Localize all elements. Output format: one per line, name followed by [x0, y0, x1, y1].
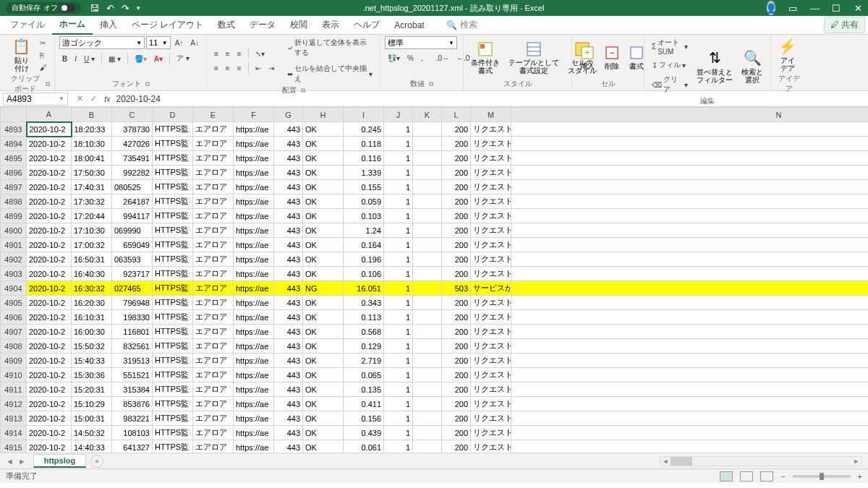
tab-help[interactable]: ヘルプ — [346, 16, 387, 34]
cell[interactable]: 443 — [274, 325, 303, 339]
cell[interactable]: 0.568 — [344, 325, 384, 339]
cell[interactable]: https://ae — [234, 209, 274, 223]
cell[interactable]: リクエストは、成功しました。 — [471, 382, 511, 397]
cell[interactable]: 18:10:30 — [72, 137, 112, 151]
cell[interactable]: OK — [303, 382, 344, 397]
cell[interactable] — [511, 166, 869, 180]
cell[interactable]: 17:40:31 — [72, 180, 112, 194]
font-size-select[interactable]: 11▼ — [146, 36, 171, 49]
cell[interactable]: エアロア — [193, 426, 234, 440]
cell[interactable]: 200 — [442, 122, 471, 137]
autosum-button[interactable]: Σオート SUM ▾ — [649, 36, 691, 57]
cell[interactable]: https://ae — [234, 354, 274, 368]
row-header[interactable]: 4893 — [1, 122, 27, 137]
percent-format-icon[interactable]: % — [404, 53, 417, 64]
cell[interactable]: 2020-10-2 — [27, 137, 72, 151]
zoom-in-icon[interactable]: + — [858, 472, 862, 481]
cell[interactable]: 2020-10-2 — [27, 411, 72, 426]
cell[interactable]: 063593 — [112, 252, 153, 267]
cell[interactable] — [413, 252, 442, 267]
paste-button[interactable]: 📋 貼り付け — [9, 36, 34, 74]
cell[interactable]: 1 — [384, 411, 413, 426]
cell[interactable]: エアロア — [193, 252, 234, 267]
cell[interactable]: OK — [303, 354, 344, 368]
cell[interactable] — [413, 223, 442, 238]
cell[interactable] — [413, 368, 442, 382]
row-header[interactable]: 4899 — [1, 209, 27, 223]
cell[interactable]: HTTPS監 — [153, 426, 193, 440]
cell[interactable]: 16:40:30 — [72, 267, 112, 281]
cell[interactable]: HTTPS監 — [153, 397, 193, 411]
cell[interactable]: エアロア — [193, 325, 234, 339]
cell[interactable]: リクエストは、成功しました。 — [471, 267, 511, 281]
cell[interactable]: 2020-10-2 — [27, 368, 72, 382]
cell[interactable]: 2020-10-2 — [27, 325, 72, 339]
cell[interactable]: OK — [303, 180, 344, 194]
cell[interactable]: 378730 — [112, 122, 153, 137]
cell[interactable]: 443 — [274, 267, 303, 281]
row-header[interactable]: 4915 — [1, 440, 27, 453]
column-header[interactable]: D — [153, 108, 193, 122]
cell[interactable]: OK — [303, 426, 344, 440]
row-header[interactable]: 4903 — [1, 267, 27, 281]
row-header[interactable]: 4902 — [1, 252, 27, 267]
cell[interactable]: 0.155 — [344, 180, 384, 194]
cell[interactable]: OK — [303, 325, 344, 339]
cell[interactable]: 200 — [442, 325, 471, 339]
cell[interactable]: 15:00:31 — [72, 411, 112, 426]
cell[interactable]: 2020-10-2 — [27, 339, 72, 354]
cell[interactable]: 16:10:31 — [72, 310, 112, 325]
cell[interactable]: リクエストは、成功しました。 — [471, 223, 511, 238]
cell[interactable]: 0.118 — [344, 137, 384, 151]
cell[interactable]: 200 — [442, 397, 471, 411]
align-left-icon[interactable]: ≡ — [211, 63, 221, 74]
cell[interactable]: OK — [303, 310, 344, 325]
cell[interactable]: 200 — [442, 223, 471, 238]
cell[interactable]: 1 — [384, 137, 413, 151]
cell[interactable]: 200 — [442, 252, 471, 267]
cell[interactable]: 200 — [442, 238, 471, 252]
cell[interactable]: https://ae — [234, 238, 274, 252]
cell[interactable]: 200 — [442, 151, 471, 166]
cell[interactable] — [413, 137, 442, 151]
number-dialog-launcher[interactable]: ⧉ — [429, 80, 433, 88]
cell[interactable]: リクエストは、成功しました。 — [471, 440, 511, 453]
cell[interactable]: OK — [303, 137, 344, 151]
cell[interactable]: 735491 — [112, 151, 153, 166]
format-as-table-button[interactable]: テーブルとして 書式設定 — [506, 40, 562, 76]
align-right-icon[interactable]: ≡ — [234, 63, 244, 74]
cell[interactable]: 2020-10-2 — [27, 426, 72, 440]
cell[interactable]: https://ae — [234, 382, 274, 397]
cell[interactable]: エアロア — [193, 194, 234, 209]
redo-icon[interactable]: ↷ — [122, 3, 129, 14]
row-header[interactable]: 4901 — [1, 238, 27, 252]
cell[interactable]: 0.103 — [344, 209, 384, 223]
cell[interactable]: HTTPS監 — [153, 281, 193, 296]
cell[interactable] — [511, 382, 869, 397]
cell[interactable]: 027465 — [112, 281, 153, 296]
tab-formulas[interactable]: 数式 — [210, 16, 242, 34]
scroll-thumb[interactable] — [671, 457, 692, 466]
cell[interactable]: 116801 — [112, 325, 153, 339]
cell[interactable]: HTTPS監 — [153, 223, 193, 238]
font-dialog-launcher[interactable]: ⧉ — [145, 80, 150, 88]
cell[interactable]: OK — [303, 166, 344, 180]
cell[interactable]: OK — [303, 238, 344, 252]
tab-review[interactable]: 校閲 — [283, 16, 315, 34]
maximize-button[interactable]: ☐ — [832, 3, 841, 14]
cell[interactable]: 16:00:30 — [72, 325, 112, 339]
cell[interactable]: https://ae — [234, 151, 274, 166]
sheet-nav-next-icon[interactable]: ► — [18, 457, 26, 466]
cell[interactable]: 315384 — [112, 382, 153, 397]
align-bottom-icon[interactable]: ≡ — [234, 48, 244, 59]
cell[interactable]: エアロア — [193, 281, 234, 296]
cell[interactable]: 1 — [384, 180, 413, 194]
cell[interactable]: 443 — [274, 310, 303, 325]
tab-acrobat[interactable]: Acrobat — [387, 17, 431, 33]
conditional-format-button[interactable]: 条件付き 書式 — [468, 40, 503, 76]
cell[interactable]: HTTPS監 — [153, 166, 193, 180]
fill-button[interactable]: ↧フィル ▾ — [649, 59, 689, 72]
tell-me-search[interactable]: 🔍 検索 — [446, 19, 477, 31]
zoom-out-icon[interactable]: − — [780, 472, 785, 481]
cell[interactable]: リクエストは、成功しました。 — [471, 426, 511, 440]
